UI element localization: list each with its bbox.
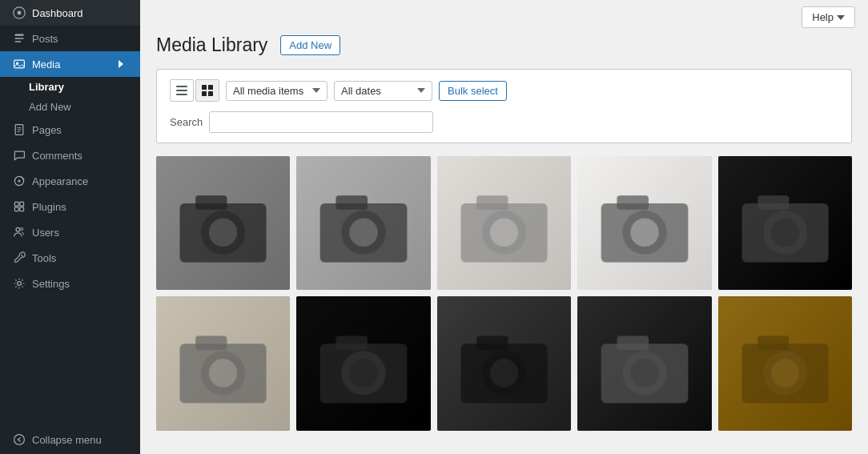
media-item[interactable] xyxy=(437,296,571,430)
sidebar-item-comments[interactable]: Comments xyxy=(0,143,140,168)
svg-rect-4 xyxy=(14,41,21,42)
media-item[interactable] xyxy=(296,296,430,430)
sidebar-pages-label: Pages xyxy=(32,124,62,136)
sidebar-plugins-label: Plugins xyxy=(32,201,66,213)
search-input[interactable] xyxy=(209,111,433,133)
sidebar-appearance-label: Appearance xyxy=(32,175,88,187)
search-label: Search xyxy=(170,116,203,128)
media-thumbnail xyxy=(296,156,430,290)
date-filter[interactable]: All dates January 2024 February 2024 xyxy=(334,81,432,101)
sidebar-settings-label: Settings xyxy=(32,278,70,290)
list-view-button[interactable] xyxy=(170,79,194,102)
users-icon xyxy=(13,226,26,239)
svg-point-20 xyxy=(18,282,22,286)
grid-view-button[interactable] xyxy=(195,79,219,102)
media-thumbnail xyxy=(577,296,711,430)
media-type-filter[interactable]: All media items Images Audio Video Docum… xyxy=(226,81,328,101)
sidebar-users-label: Users xyxy=(32,227,59,239)
sidebar-item-appearance[interactable]: Appearance xyxy=(0,168,140,194)
media-item[interactable] xyxy=(577,296,711,430)
sidebar-subitem-addnew[interactable]: Add New xyxy=(0,97,140,117)
tools-icon xyxy=(13,251,26,264)
sidebar-comments-label: Comments xyxy=(32,150,82,162)
media-thumbnail xyxy=(718,156,852,290)
media-thumbnail xyxy=(156,296,290,430)
sidebar-posts-label: Posts xyxy=(32,33,58,45)
bulk-select-button[interactable]: Bulk select xyxy=(439,81,507,101)
svg-rect-25 xyxy=(202,85,207,90)
collapse-menu-label: Collapse menu xyxy=(32,434,102,446)
media-item[interactable] xyxy=(296,156,430,290)
media-item[interactable] xyxy=(437,156,571,290)
page-header: Media Library Add New xyxy=(156,34,852,56)
media-thumbnail xyxy=(437,156,571,290)
media-thumbnail xyxy=(577,156,711,290)
svg-rect-24 xyxy=(176,94,187,95)
add-new-sub-label: Add New xyxy=(29,101,71,113)
svg-rect-28 xyxy=(208,91,213,96)
view-toggle xyxy=(170,79,219,102)
dashboard-icon xyxy=(13,6,26,19)
posts-icon xyxy=(13,32,26,45)
grid-view-icon xyxy=(202,85,213,96)
media-item[interactable] xyxy=(718,296,852,430)
media-grid xyxy=(156,156,852,431)
toolbar-row: All media items Images Audio Video Docum… xyxy=(170,79,838,102)
media-item[interactable] xyxy=(577,156,711,290)
svg-rect-2 xyxy=(14,34,23,35)
plugins-icon xyxy=(13,200,26,213)
sidebar: Dashboard Posts Media Library Add New xyxy=(0,0,140,454)
search-row: Search xyxy=(170,111,838,133)
list-view-icon xyxy=(176,86,187,95)
sidebar-tools-label: Tools xyxy=(32,252,56,264)
svg-point-12 xyxy=(18,179,20,182)
svg-rect-22 xyxy=(176,86,187,87)
svg-rect-23 xyxy=(176,90,187,91)
sidebar-item-plugins[interactable]: Plugins xyxy=(0,194,140,219)
settings-icon xyxy=(13,277,26,290)
comments-icon xyxy=(13,149,26,162)
sidebar-media-label: Media xyxy=(32,58,60,70)
media-item[interactable] xyxy=(156,156,290,290)
media-thumbnail xyxy=(437,296,571,430)
help-button[interactable]: Help xyxy=(802,6,855,28)
sidebar-item-posts[interactable]: Posts xyxy=(0,26,140,51)
sidebar-dashboard-label: Dashboard xyxy=(32,7,83,19)
topbar: Help xyxy=(140,0,868,34)
sidebar-subitem-library[interactable]: Library xyxy=(0,77,140,97)
content-area: Media Library Add New xyxy=(140,34,868,454)
media-arrow xyxy=(115,58,127,70)
collapse-menu-button[interactable]: Collapse menu xyxy=(0,425,140,454)
svg-rect-26 xyxy=(208,85,213,90)
pages-icon xyxy=(13,123,26,136)
main-content: Help Media Library Add New xyxy=(140,0,868,454)
sidebar-item-users[interactable]: Users xyxy=(0,219,140,245)
page-title: Media Library xyxy=(156,34,267,56)
media-icon xyxy=(13,58,26,70)
svg-rect-16 xyxy=(20,207,24,211)
media-item[interactable] xyxy=(156,296,290,430)
collapse-icon xyxy=(13,433,26,446)
svg-point-21 xyxy=(14,435,25,445)
svg-point-1 xyxy=(18,11,22,15)
sidebar-item-settings[interactable]: Settings xyxy=(0,271,140,296)
sidebar-item-dashboard[interactable]: Dashboard xyxy=(0,0,140,26)
svg-rect-14 xyxy=(20,202,24,206)
svg-rect-5 xyxy=(14,60,25,68)
svg-rect-27 xyxy=(202,91,207,96)
sidebar-item-media[interactable]: Media xyxy=(0,51,140,77)
media-thumbnail xyxy=(718,296,852,430)
help-label: Help xyxy=(812,11,834,23)
appearance-icon xyxy=(13,175,26,187)
sidebar-item-pages[interactable]: Pages xyxy=(0,117,140,143)
svg-rect-13 xyxy=(14,202,18,206)
media-thumbnail xyxy=(156,156,290,290)
toolbar-area: All media items Images Audio Video Docum… xyxy=(156,69,852,143)
add-new-button[interactable]: Add New xyxy=(280,35,340,55)
sidebar-item-tools[interactable]: Tools xyxy=(0,245,140,271)
svg-point-17 xyxy=(16,227,20,231)
svg-point-18 xyxy=(21,227,23,230)
svg-point-19 xyxy=(21,255,22,256)
media-item[interactable] xyxy=(718,156,852,290)
media-thumbnail xyxy=(296,296,430,430)
